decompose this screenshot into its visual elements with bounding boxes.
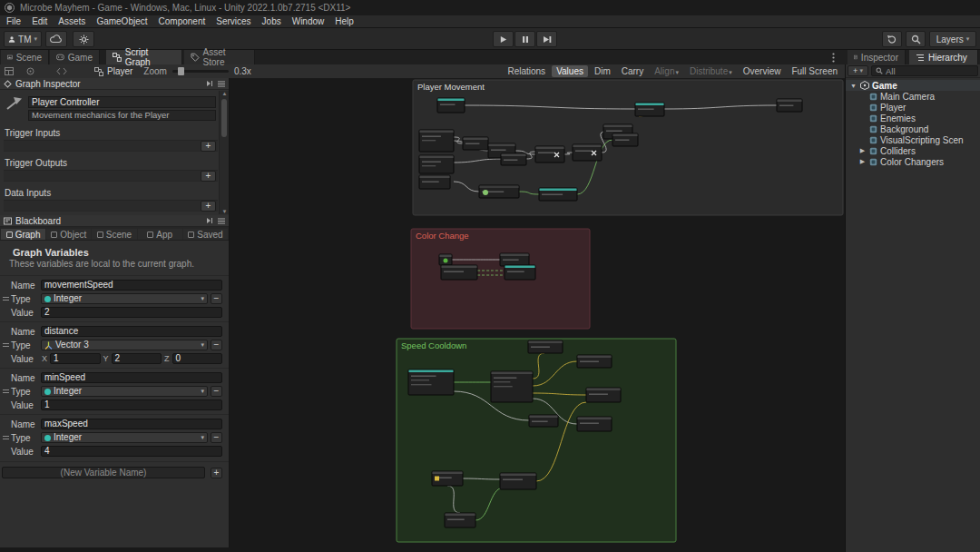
menu-jobs[interactable]: Jobs	[257, 15, 287, 27]
menu-gameobject[interactable]: GameObject	[91, 15, 152, 27]
blackboard-tab-object[interactable]: Object	[46, 229, 91, 240]
pause-button[interactable]	[514, 31, 535, 47]
zoom-slider-thumb[interactable]	[178, 67, 184, 75]
unit-description-field[interactable]: Movement mechanics for the Player	[28, 110, 216, 121]
breadcrumb[interactable]: Player	[107, 66, 132, 76]
new-variable-name-input[interactable]: (New Variable Name)	[2, 467, 205, 478]
scroll-down-icon[interactable]: ▼	[220, 209, 229, 214]
remove-variable-button[interactable]: −	[211, 432, 222, 443]
remove-variable-button[interactable]: −	[211, 386, 222, 397]
tab-script-graph[interactable]: Script Graph	[106, 50, 182, 64]
remove-variable-button[interactable]: −	[211, 340, 222, 350]
pin-panel-icon[interactable]	[206, 217, 213, 224]
value-input[interactable]: 4	[41, 446, 222, 457]
graph-toolbar-carry-button[interactable]: Carry	[617, 65, 648, 77]
variable-drag-handle[interactable]	[0, 419, 11, 457]
add-trigger-inputs-button[interactable]: +	[201, 141, 216, 152]
graph-code-icon[interactable]	[56, 67, 67, 75]
cloud-button[interactable]	[45, 31, 67, 47]
graph-group-color-change[interactable]	[411, 229, 590, 329]
expand-caret-icon[interactable]: ▶	[858, 147, 867, 154]
tab-asset-store[interactable]: Asset Store	[184, 50, 255, 64]
hierarchy-item-main-camera[interactable]: Main Camera	[846, 91, 980, 102]
create-object-button[interactable]: +▾	[848, 65, 868, 76]
variable-drag-handle[interactable]	[0, 372, 11, 410]
hierarchy-item-game[interactable]: ▼Game	[846, 80, 980, 91]
add-data-inputs-button[interactable]: +	[201, 201, 216, 212]
services-button[interactable]	[73, 31, 94, 47]
hierarchy-item-background[interactable]: Background	[846, 123, 980, 134]
collapse-caret-icon[interactable]: ▼	[849, 83, 858, 89]
menu-component[interactable]: Component	[153, 15, 211, 27]
node-text-line	[411, 384, 432, 385]
search-button[interactable]	[906, 31, 926, 47]
tab-hierarchy[interactable]: Hierarchy	[909, 50, 978, 64]
remove-variable-button[interactable]: −	[211, 293, 222, 304]
blackboard-tab-app[interactable]: App	[138, 229, 182, 240]
variable-type-dropdown[interactable]: Integer▾	[41, 432, 208, 443]
layers-button[interactable]: Layers ▾	[929, 31, 976, 47]
variable-type-dropdown[interactable]: Integer▾	[41, 386, 208, 397]
blackboard-tab-scene[interactable]: Scene	[92, 229, 136, 240]
menu-edit[interactable]: Edit	[26, 15, 53, 27]
add-trigger-outputs-button[interactable]: +	[201, 171, 216, 182]
panel-menu-icon[interactable]	[218, 218, 225, 224]
graph-toolbar-align-button[interactable]: Align▾	[650, 65, 683, 77]
pin-panel-icon[interactable]	[206, 80, 213, 87]
step-button[interactable]	[536, 31, 557, 47]
value-input[interactable]: 2	[41, 307, 222, 318]
zoom-slider[interactable]	[172, 70, 229, 73]
account-button[interactable]: TM ▾	[4, 31, 42, 47]
menu-assets[interactable]: Assets	[53, 15, 91, 27]
graph-toolbar-dim-button[interactable]: Dim	[590, 65, 615, 77]
blackboard-tab-graph[interactable]: Graph	[1, 229, 45, 240]
value-y-input[interactable]: 2	[112, 353, 162, 364]
variable-drag-handle[interactable]	[0, 326, 11, 364]
blackboard-tab-saved[interactable]: Saved	[183, 229, 228, 240]
tab-inspector[interactable]: Inspector	[848, 50, 906, 64]
variable-name-input[interactable]: maxSpeed	[41, 419, 222, 429]
hierarchy-tree: ▼GameMain CameraPlayerEnemiesBackgroundV…	[846, 78, 980, 167]
hierarchy-item-color-changers[interactable]: ▶Color Changers	[846, 156, 980, 167]
variable-name-input[interactable]: movementSpeed	[41, 280, 222, 291]
graph-node[interactable]	[408, 370, 454, 395]
variable-type-dropdown[interactable]: Vector 3▾	[41, 340, 208, 350]
hierarchy-item-player[interactable]: Player	[846, 102, 980, 113]
panel-menu-icon[interactable]	[218, 81, 225, 87]
menu-help[interactable]: Help	[329, 15, 359, 27]
saved-tab-icon	[188, 232, 194, 238]
graph-toolbar-values-button[interactable]: Values	[552, 65, 588, 77]
hierarchy-item-colliders[interactable]: ▶Colliders	[846, 145, 980, 156]
menu-window[interactable]: Window	[287, 15, 330, 27]
graph-toolbar-full-screen-button[interactable]: Full Screen	[787, 65, 842, 77]
value-x-input[interactable]: 1	[50, 353, 100, 364]
hierarchy-search-field[interactable]: All	[871, 65, 978, 76]
add-variable-button[interactable]: +	[211, 468, 222, 478]
expand-caret-icon[interactable]: ▶	[858, 158, 867, 165]
value-z-input[interactable]: 0	[172, 353, 222, 364]
graph-inspector-scrollbar[interactable]: ▲ ▼	[219, 91, 229, 214]
window-menu-kebab-icon[interactable]	[832, 53, 835, 63]
node-text-line	[494, 386, 513, 387]
menu-file[interactable]: File	[1, 15, 26, 27]
graph-pivot-icon[interactable]	[26, 67, 34, 75]
hierarchy-item-visualscripting-scen[interactable]: VisualScripting Scen	[846, 134, 980, 145]
graph-toolbar-overview-button[interactable]: Overview	[739, 65, 786, 77]
variable-name-input[interactable]: minSpeed	[41, 372, 222, 383]
play-button[interactable]	[493, 31, 514, 47]
tab-game[interactable]: Game	[50, 50, 100, 64]
graph-window-icon[interactable]	[5, 67, 14, 75]
graph-toolbar-distribute-button[interactable]: Distribute▾	[685, 65, 737, 77]
variable-drag-handle[interactable]	[0, 280, 11, 318]
scroll-up-icon[interactable]: ▲	[220, 91, 229, 96]
graph-toolbar-relations-button[interactable]: Relations	[503, 65, 550, 77]
variable-name-input[interactable]: distance	[41, 326, 222, 337]
tab-scene[interactable]: Scene	[1, 50, 49, 64]
menu-services[interactable]: Services	[211, 15, 256, 27]
undo-history-button[interactable]	[882, 31, 902, 47]
scrollbar-thumb[interactable]	[221, 99, 227, 137]
variable-type-dropdown[interactable]: Integer▾	[41, 293, 208, 304]
unit-title-field[interactable]: Player Controller	[28, 96, 216, 108]
value-input[interactable]: 1	[41, 399, 222, 410]
hierarchy-item-enemies[interactable]: Enemies	[846, 113, 980, 123]
